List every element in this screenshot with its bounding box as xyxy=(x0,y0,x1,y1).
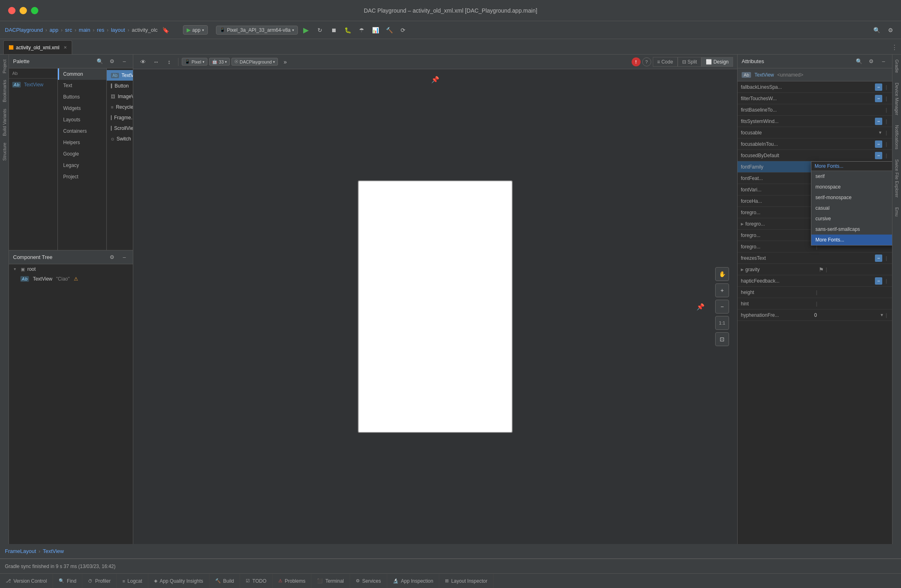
font-option-serif[interactable]: serif xyxy=(811,171,892,182)
breadcrumb-res[interactable]: res xyxy=(97,27,104,33)
coverage-button[interactable]: ☂ xyxy=(356,24,367,36)
device-selector[interactable]: 📱 Pixel_3a_API_33_arm64-v8a ▾ xyxy=(216,26,298,35)
breadcrumb-src[interactable]: src xyxy=(65,27,72,33)
palette-category-buttons[interactable]: Buttons xyxy=(58,91,106,103)
attr-row-gravity[interactable]: ▶ gravity ⚑ | xyxy=(738,264,892,275)
tree-item-textview[interactable]: Ab TextView "Ciao" ⚠ xyxy=(9,274,133,284)
palette-category-containers[interactable]: Containers xyxy=(58,125,106,137)
palette-category-layouts[interactable]: Layouts xyxy=(58,114,106,125)
attributes-minimize-button[interactable]: – xyxy=(879,57,888,66)
bottom-tab-logcat[interactable]: ≡ Logcat xyxy=(117,574,148,588)
palette-item-imageview[interactable]: 🖼 ImageVi... xyxy=(107,91,133,102)
attributes-settings-button[interactable]: ⚙ xyxy=(867,57,876,66)
project-selector[interactable]: ☉ DACPlayground ▾ xyxy=(231,58,278,66)
bookmark-button[interactable]: 🔖 xyxy=(160,24,172,36)
font-option-serif-monospace[interactable]: serif-monospace xyxy=(811,192,892,203)
canvas-frame-button[interactable]: ⊡ xyxy=(715,332,729,346)
attr-row-fitssystemwind[interactable]: fitsSystemWind... − | xyxy=(738,116,892,127)
attr-minus-freezestext[interactable]: − xyxy=(875,255,882,262)
sidebar-tab-structure[interactable]: Structure xyxy=(1,139,8,164)
palette-item-switch[interactable]: ⊙ Switch xyxy=(107,134,133,144)
app-selector[interactable]: ▶ app ▾ xyxy=(183,25,208,35)
bottom-breadcrumb-textview[interactable]: TextView xyxy=(43,548,64,554)
palette-category-widgets[interactable]: Widgets xyxy=(58,103,106,114)
palette-category-helpers[interactable]: Helpers xyxy=(58,137,106,148)
attr-row-fontfamily[interactable]: fontFamily More Fonts... ▼ | More Fonts.… xyxy=(738,161,892,173)
attr-row-focusable[interactable]: focusable ▼ | xyxy=(738,127,892,138)
attr-reset-fallbacklinesspa[interactable]: | xyxy=(884,82,889,92)
sync-button[interactable]: ⟳ xyxy=(397,24,409,36)
sidebar-tab-device-manager[interactable]: Device Manager xyxy=(894,78,900,120)
bottom-tab-layout-inspector[interactable]: ⊞ Layout Inspector xyxy=(439,574,493,588)
bottom-breadcrumb-framelayout[interactable]: FrameLayout xyxy=(5,548,36,554)
sidebar-tab-file-explorer[interactable]: Swice File Explorer xyxy=(894,154,900,202)
palette-settings-button[interactable]: ⚙ xyxy=(108,57,117,66)
attr-row-freezestext[interactable]: freezesText − | xyxy=(738,252,892,264)
sidebar-tab-project[interactable]: Project xyxy=(1,56,8,77)
palette-item-textview[interactable]: Ab TextView xyxy=(107,70,133,81)
palette-minimize-button[interactable]: – xyxy=(120,57,129,66)
font-option-casual[interactable]: casual xyxy=(811,203,892,213)
sidebar-tab-gradle[interactable]: Gradle xyxy=(894,55,900,78)
attr-row-filtertouchesw[interactable]: filterTouchesW... − | xyxy=(738,93,892,104)
sidebar-tab-build-variants[interactable]: Build Variants xyxy=(1,105,8,139)
canvas-arrows-button[interactable]: ↔ xyxy=(150,56,162,68)
attr-reset-fitssystemwind[interactable]: | xyxy=(884,116,889,126)
attr-row-hint[interactable]: hint | xyxy=(738,298,892,309)
attr-reset-focusableintou[interactable]: | xyxy=(884,139,889,149)
palette-item-fragment[interactable]: Fragme... xyxy=(107,112,133,123)
sidebar-tab-emu[interactable]: Emu xyxy=(894,202,900,222)
bottom-tab-terminal[interactable]: ⬛ Terminal xyxy=(311,574,350,588)
attr-row-hyphenationfre[interactable]: hyphenationFre... 0 ▼ | xyxy=(738,309,892,321)
attr-minus-fallbacklinesspa[interactable]: − xyxy=(875,83,882,91)
tab-close-button[interactable]: ✕ xyxy=(64,45,67,50)
attr-reset-height[interactable]: | xyxy=(814,287,819,297)
attr-reset-gravity[interactable]: | xyxy=(824,265,829,274)
attr-reset-hapticfeedback[interactable]: | xyxy=(884,276,889,286)
tabs-more-button[interactable]: ⋮ xyxy=(888,40,901,54)
sidebar-tab-notifications[interactable]: Notifications xyxy=(894,120,900,154)
bottom-tab-find[interactable]: 🔍 Find xyxy=(53,574,82,588)
canvas-zoom-out-button[interactable]: − xyxy=(715,300,729,314)
stop-button[interactable]: ⏹ xyxy=(328,24,339,36)
attr-reset-hint[interactable]: | xyxy=(814,299,819,309)
attr-reset-focusedbydefault[interactable]: | xyxy=(884,151,889,160)
palette-category-legacy[interactable]: Legacy xyxy=(58,160,106,171)
palette-category-project[interactable]: Project xyxy=(58,171,106,182)
profiler-button[interactable]: 📊 xyxy=(370,24,381,36)
run-button[interactable]: ▶ xyxy=(300,24,312,36)
canvas-fit-button[interactable]: 1:1 xyxy=(715,316,729,330)
minimize-button[interactable] xyxy=(20,7,27,14)
attr-reset-hyphenationfre[interactable]: | xyxy=(884,310,889,320)
bottom-tab-profiler[interactable]: ⏱ Profiler xyxy=(82,574,117,588)
bottom-tab-build[interactable]: 🔨 Build xyxy=(209,574,240,588)
debug-button[interactable]: 🐛 xyxy=(342,24,353,36)
tab-activity-old-xml[interactable]: 🟧 activity_old_xml.xml ✕ xyxy=(3,40,72,54)
pixel-selector[interactable]: 📱 Pixel ▾ xyxy=(182,58,207,66)
attr-row-focusedbyddefault[interactable]: focusedByDefault − | xyxy=(738,150,892,161)
palette-item-button[interactable]: Button xyxy=(107,81,133,91)
palette-category-common[interactable]: Common xyxy=(58,68,106,80)
api-selector[interactable]: 🤖 33 ▾ xyxy=(209,58,230,66)
tree-item-root[interactable]: ▼ ▣ root xyxy=(9,264,133,274)
canvas-extend-button[interactable]: » xyxy=(280,56,291,68)
component-tree-settings-button[interactable]: ⚙ xyxy=(108,253,117,262)
breadcrumb-project[interactable]: DACPlayground xyxy=(5,27,43,33)
attr-row-height[interactable]: height | xyxy=(738,287,892,298)
attr-row-firstbaselineto[interactable]: firstBaselineTo... | xyxy=(738,104,892,116)
bottom-tab-problems[interactable]: ⚠ Problems xyxy=(273,574,312,588)
font-option-sans-serif-smallcaps[interactable]: sans-serif-smallcaps xyxy=(811,224,892,235)
font-option-cursive[interactable]: cursive xyxy=(811,213,892,224)
attr-minus-hapticfeedback[interactable]: − xyxy=(875,277,882,285)
attr-reset-focusable[interactable]: | xyxy=(884,128,889,138)
view-mode-split[interactable]: ⊟ Split xyxy=(678,57,702,67)
view-mode-design[interactable]: ⬜ Design xyxy=(701,57,733,67)
canvas-vertical-arrows-button[interactable]: ↕ xyxy=(163,56,175,68)
font-option-more-fonts[interactable]: More Fonts... xyxy=(811,235,892,245)
view-mode-code[interactable]: ≡ Code xyxy=(653,57,678,67)
canvas-hand-tool[interactable]: ✋ xyxy=(715,267,729,281)
canvas-zoom-in-button[interactable]: + xyxy=(715,283,729,297)
rerun-button[interactable]: ↻ xyxy=(314,24,326,36)
breadcrumb-app[interactable]: app xyxy=(50,27,59,33)
build-button[interactable]: 🔨 xyxy=(383,24,395,36)
